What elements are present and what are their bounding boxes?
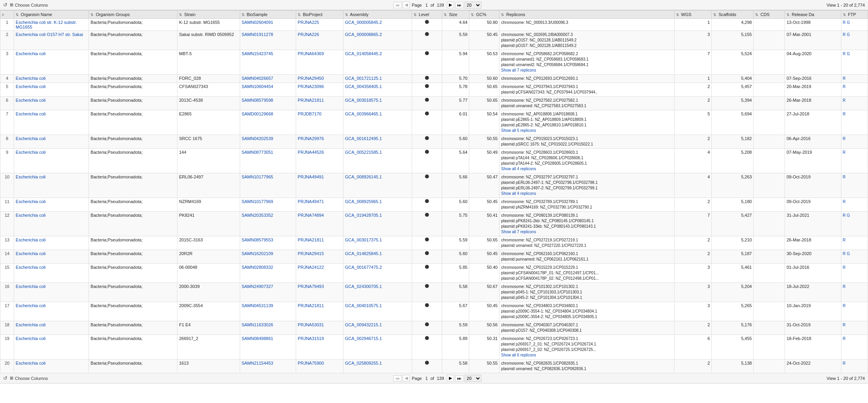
biosample-link[interactable]: SAMN08773051 bbox=[242, 150, 273, 155]
next-page-btn-top[interactable]: ▶ bbox=[447, 2, 454, 8]
assembly-link[interactable]: GCA_024300705.1 bbox=[345, 284, 382, 289]
ftp-link-r[interactable]: R bbox=[843, 150, 846, 155]
col-header-groups[interactable]: ⇅ Organism Groups bbox=[89, 11, 177, 19]
bioproj-link[interactable]: PRJNA31519 bbox=[298, 336, 324, 341]
biosample-link[interactable]: SAMN21154453 bbox=[242, 361, 273, 365]
last-page-btn-bottom[interactable]: ⏭ bbox=[455, 375, 463, 381]
ftp-link-r[interactable]: R bbox=[843, 112, 846, 116]
bioproj-link[interactable]: PRJNA44526 bbox=[298, 150, 324, 155]
bioproj-link[interactable]: PRJNA23096 bbox=[298, 84, 324, 89]
assembly-link[interactable]: GCA_003966465.1 bbox=[345, 112, 382, 116]
assembly-link[interactable]: GCA_000005845.2 bbox=[345, 20, 382, 25]
assembly-link[interactable]: GCA_008925965.1 bbox=[345, 199, 382, 204]
bioproj-link[interactable]: PRJNA49491 bbox=[298, 175, 324, 179]
col-header-bioproj[interactable]: ⇅ BioProject bbox=[296, 11, 344, 19]
col-header-ftp[interactable]: ⇅ FTP bbox=[841, 11, 868, 19]
organism-link[interactable]: Escherichia coli bbox=[16, 265, 45, 270]
biosample-link[interactable]: SAMN04202539 bbox=[242, 136, 273, 141]
biosample-link[interactable]: SAMN08498861 bbox=[242, 336, 273, 341]
organism-link[interactable]: Escherichia coli bbox=[16, 213, 45, 218]
col-header-num[interactable]: # bbox=[0, 11, 14, 19]
ftp-link-r[interactable]: R bbox=[843, 238, 846, 242]
bioproj-link[interactable]: PRJNA225 bbox=[298, 20, 319, 25]
biosample-link[interactable]: SAMN04026657 bbox=[242, 76, 273, 81]
biosample-link[interactable]: SAMN15423745 bbox=[242, 51, 273, 56]
organism-link[interactable]: Escherichia coli bbox=[16, 51, 45, 56]
ftp-link-r[interactable]: R bbox=[843, 252, 846, 256]
ftp-link-r[interactable]: R bbox=[843, 32, 846, 37]
assembly-link[interactable]: GCA_025809255.1 bbox=[345, 361, 382, 365]
assembly-link[interactable]: GCA_014058445.2 bbox=[345, 51, 382, 56]
ftp-link-r[interactable]: R bbox=[843, 361, 846, 365]
biosample-link[interactable]: SAMN10177965 bbox=[242, 175, 273, 179]
assembly-link[interactable]: GCA_005221585.1 bbox=[345, 150, 382, 155]
bioproj-link[interactable]: PRJNA226 bbox=[298, 32, 319, 37]
biosample-link[interactable]: SAMN08579598 bbox=[242, 98, 273, 103]
first-page-btn-bottom[interactable]: ⏮ bbox=[393, 375, 401, 381]
col-header-level[interactable]: ⇅ Level bbox=[412, 11, 442, 19]
bioproj-link[interactable]: PRJNA75900 bbox=[298, 361, 324, 365]
show-replicons-link[interactable]: Show all 4 replicons bbox=[501, 167, 536, 171]
bioproj-link[interactable]: PRJNA29450 bbox=[298, 76, 324, 81]
organism-link[interactable]: Escherichia coli bbox=[16, 150, 45, 155]
biosample-link[interactable]: SAMN04531139 bbox=[242, 303, 273, 308]
per-page-select-bottom[interactable]: 2050100200 bbox=[465, 375, 481, 382]
ftp-link-r[interactable]: R bbox=[843, 52, 846, 56]
col-header-wgs[interactable]: ⇅ WGS bbox=[674, 11, 712, 19]
col-header-cds[interactable]: ⇅ CDS bbox=[754, 11, 785, 19]
ftp-link-r[interactable]: R bbox=[843, 213, 846, 218]
assembly-link[interactable]: GCA_003018575.1 bbox=[345, 98, 382, 103]
col-header-release[interactable]: ⇅ Release Da bbox=[785, 11, 841, 19]
ftp-link-r[interactable]: R bbox=[843, 200, 846, 204]
ftp-link-r[interactable]: R bbox=[843, 265, 846, 270]
assembly-link[interactable]: GCA_000008865.2 bbox=[345, 32, 382, 37]
next-page-btn-bottom[interactable]: ▶ bbox=[447, 375, 454, 381]
biosample-link[interactable]: SAMN16202109 bbox=[242, 251, 273, 256]
ftp-link-r[interactable]: R bbox=[843, 76, 846, 81]
biosample-link[interactable]: SAMN20353352 bbox=[242, 213, 273, 218]
ftp-link-g[interactable]: G bbox=[847, 52, 850, 56]
biosample-link[interactable]: SAMN10177969 bbox=[242, 199, 273, 204]
biosample-link[interactable]: SAMN02604091 bbox=[242, 20, 273, 25]
organism-link[interactable]: Escherichia coli bbox=[16, 175, 45, 179]
col-header-assembly[interactable]: ⇅ Assembly bbox=[343, 11, 412, 19]
col-header-replicons[interactable]: ⇅ Replicons bbox=[499, 11, 674, 19]
bioproj-link[interactable]: PRJNA29976 bbox=[298, 136, 324, 141]
ftp-link-r[interactable]: R bbox=[843, 98, 846, 103]
col-header-size[interactable]: ⇅ Size bbox=[442, 11, 469, 19]
bioproj-link[interactable]: PRJNA74894 bbox=[298, 213, 324, 218]
prev-page-btn-bottom[interactable]: ◀ bbox=[403, 375, 410, 381]
organism-link[interactable]: Escherichia coli bbox=[16, 84, 45, 89]
bioproj-link[interactable]: PRJNA53031 bbox=[298, 322, 324, 327]
ftp-link-g[interactable]: G bbox=[847, 32, 850, 37]
bioproj-link[interactable]: PRJNA24122 bbox=[298, 265, 324, 270]
organism-link[interactable]: Escherichia coli bbox=[16, 112, 45, 116]
assembly-link[interactable]: GCA_009432215.1 bbox=[345, 322, 382, 327]
organism-link[interactable]: Escherichia coli bbox=[16, 361, 45, 365]
ftp-link-g[interactable]: G bbox=[847, 20, 850, 25]
ftp-link-r[interactable]: R bbox=[843, 336, 846, 341]
show-replicons-link[interactable]: Show all 5 replicons bbox=[501, 128, 536, 133]
ftp-link-r[interactable]: R bbox=[843, 137, 846, 141]
ftp-link-r[interactable]: R bbox=[843, 323, 846, 327]
assembly-link[interactable]: GCA_003017375.1 bbox=[345, 237, 382, 242]
biosample-link[interactable]: SAMD00129668 bbox=[242, 112, 273, 116]
assembly-link[interactable]: GCA_004010575.1 bbox=[345, 303, 382, 308]
ftp-link-r[interactable]: R bbox=[843, 284, 846, 289]
organism-link[interactable]: Escherichia coli O157:H7 str. Sakai bbox=[16, 32, 83, 37]
assembly-link[interactable]: GCA_001721125.1 bbox=[345, 76, 382, 81]
show-replicons-link[interactable]: Show all 7 replicons bbox=[501, 68, 536, 72]
col-header-scaffolds[interactable]: ⇅ Scaffolds bbox=[712, 11, 754, 19]
col-header-organism[interactable]: ⇅ Organism Name bbox=[14, 11, 89, 19]
organism-link[interactable]: Escherichia coli bbox=[16, 199, 45, 204]
organism-link[interactable]: Escherichia coli bbox=[16, 237, 45, 242]
organism-link[interactable]: Escherichia coli bbox=[16, 336, 45, 341]
organism-link[interactable]: Escherichia coli bbox=[16, 303, 45, 308]
organism-link[interactable]: Escherichia coli bbox=[16, 251, 45, 256]
last-page-btn-top[interactable]: ⏭ bbox=[455, 2, 463, 8]
biosample-link[interactable]: SAMN24907327 bbox=[242, 284, 273, 289]
col-header-biosample[interactable]: ⇅ BioSample bbox=[240, 11, 296, 19]
show-replicons-link[interactable]: Show all 7 replicons bbox=[501, 230, 536, 234]
bioproj-link[interactable]: PRJNA49471 bbox=[298, 199, 324, 204]
ftp-link-r[interactable]: R bbox=[843, 85, 846, 89]
